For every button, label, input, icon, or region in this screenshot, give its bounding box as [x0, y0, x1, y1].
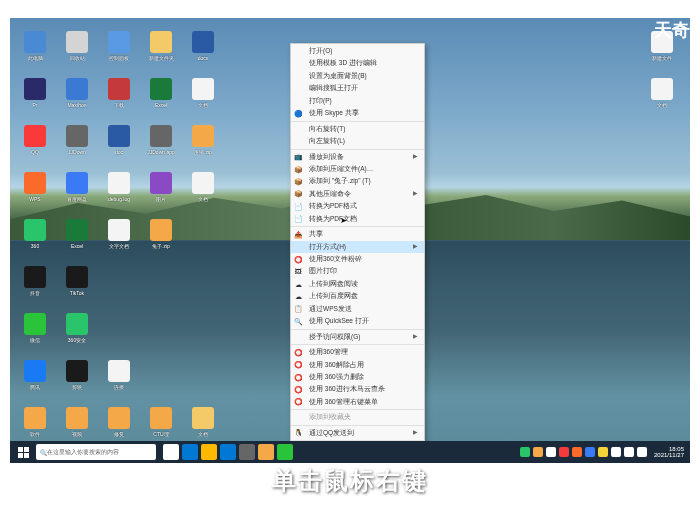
- clock[interactable]: 18:052021/11/27: [654, 446, 684, 458]
- tray-icon[interactable]: [611, 447, 621, 457]
- desktop-icon[interactable]: Excel: [57, 211, 97, 256]
- menu-item[interactable]: 📋通过WPS发送: [291, 303, 424, 315]
- menu-item[interactable]: 授予访问权限(G)▶: [291, 331, 424, 343]
- desktop-icon[interactable]: 新建文件夹: [141, 23, 181, 68]
- taskbar-app[interactable]: [239, 444, 255, 460]
- desktop-icon[interactable]: 剪映: [57, 352, 97, 397]
- menu-item-icon: ⭕: [294, 360, 303, 369]
- menu-item[interactable]: ☁上传到百度网盘: [291, 290, 424, 302]
- desktop-icon[interactable]: WPS: [15, 164, 55, 209]
- tray-icon[interactable]: [533, 447, 543, 457]
- menu-item-icon: 📦: [294, 190, 303, 199]
- desktop-icon[interactable]: 回收站: [57, 23, 97, 68]
- desktop-icon[interactable]: 压缩.zip: [183, 117, 223, 162]
- menu-item[interactable]: 向右旋转(T): [291, 123, 424, 135]
- taskbar-app[interactable]: [163, 444, 179, 460]
- menu-item[interactable]: 📄转换为PDF文档: [291, 213, 424, 225]
- menu-item[interactable]: 设置为桌面背景(B): [291, 70, 424, 82]
- desktop-icon[interactable]: [141, 352, 181, 397]
- start-button[interactable]: [13, 443, 33, 461]
- desktop-icon[interactable]: 文档: [183, 164, 223, 209]
- menu-item[interactable]: 📦添加到 "兔子.zip" (T): [291, 175, 424, 187]
- desktop-icon[interactable]: CTU理: [141, 399, 181, 444]
- desktop-icon[interactable]: 360安全: [57, 305, 97, 350]
- menu-item[interactable]: 📤共享: [291, 228, 424, 240]
- tray-icon[interactable]: [637, 447, 647, 457]
- menu-item[interactable]: 📦添加到压缩文件(A)…: [291, 163, 424, 175]
- desktop-icon[interactable]: 连接: [99, 352, 139, 397]
- desktop-icon[interactable]: 文档: [642, 70, 682, 115]
- desktop-icon[interactable]: 图片: [141, 164, 181, 209]
- desktop-icon[interactable]: QQ: [15, 117, 55, 162]
- desktop-icon[interactable]: 微信: [15, 305, 55, 350]
- menu-item[interactable]: 🔍使用 QuickSee 打开: [291, 315, 424, 327]
- search-input[interactable]: 🔍 在这里输入你要搜索的内容: [36, 444, 156, 460]
- menu-item[interactable]: 使用模板 3D 进行编辑: [291, 57, 424, 69]
- tray-icon[interactable]: [520, 447, 530, 457]
- menu-item[interactable]: ⭕使用 360进行木马云查杀: [291, 383, 424, 395]
- desktop-icon[interactable]: 360: [15, 211, 55, 256]
- menu-item[interactable]: 📄转换为PDF格式: [291, 200, 424, 212]
- desktop-icon[interactable]: [99, 258, 139, 303]
- desktop-icon[interactable]: 文档: [183, 399, 223, 444]
- desktop-icon[interactable]: [183, 211, 223, 256]
- desktop-icon[interactable]: 此电脑: [15, 23, 55, 68]
- desktop-icon[interactable]: [99, 305, 139, 350]
- menu-item[interactable]: 向左旋转(L): [291, 135, 424, 147]
- desktop-icon[interactable]: 修复: [99, 399, 139, 444]
- desktop-icon[interactable]: [183, 305, 223, 350]
- menu-item[interactable]: ⭕使用 360解除占用: [291, 359, 424, 371]
- app-icon: [150, 407, 172, 429]
- desktop-icon[interactable]: [141, 305, 181, 350]
- tray-icon[interactable]: [559, 447, 569, 457]
- tray-icon[interactable]: [572, 447, 582, 457]
- desktop-icon[interactable]: 文字文档: [99, 211, 139, 256]
- menu-item[interactable]: 打开(O): [291, 45, 424, 57]
- desktop-icon[interactable]: docx: [183, 23, 223, 68]
- desktop-icon[interactable]: JJDown: [57, 117, 97, 162]
- menu-item[interactable]: ⭕使用360管理: [291, 346, 424, 358]
- menu-item[interactable]: 打开方式(H)▶: [291, 241, 424, 253]
- desktop-icon[interactable]: [183, 352, 223, 397]
- menu-item[interactable]: ⭕使用360文件粉碎: [291, 253, 424, 265]
- desktop-icon[interactable]: Pr: [15, 70, 55, 115]
- taskbar-app[interactable]: [182, 444, 198, 460]
- menu-item-icon: [294, 96, 303, 105]
- menu-item[interactable]: 编辑搜狐王打开: [291, 82, 424, 94]
- desktop-icon[interactable]: TikTok: [57, 258, 97, 303]
- menu-item[interactable]: 打印(P): [291, 95, 424, 107]
- menu-item[interactable]: 🔵使用 Skype 共享: [291, 107, 424, 119]
- menu-item[interactable]: 🖼图片打印: [291, 265, 424, 277]
- desktop-icon[interactable]: doc: [99, 117, 139, 162]
- desktop-icon[interactable]: 腾讯: [15, 352, 55, 397]
- desktop-icon[interactable]: 视频: [57, 399, 97, 444]
- watermark-top: 天奇: [654, 18, 690, 42]
- desktop-icon[interactable]: 抖音: [15, 258, 55, 303]
- desktop-icon[interactable]: 兔子.zip: [141, 211, 181, 256]
- desktop-icon[interactable]: Excel: [141, 70, 181, 115]
- tray-icon[interactable]: [598, 447, 608, 457]
- desktop-icon[interactable]: 软件: [15, 399, 55, 444]
- desktop-icon[interactable]: 控制面板: [99, 23, 139, 68]
- menu-item[interactable]: ⭕使用 360管理右键菜单: [291, 396, 424, 408]
- menu-item[interactable]: ⭕使用 360强力删除: [291, 371, 424, 383]
- menu-item[interactable]: 🐧通过QQ发送到▶: [291, 427, 424, 439]
- menu-item[interactable]: 📺播放到设备▶: [291, 151, 424, 163]
- tray-icon[interactable]: [585, 447, 595, 457]
- desktop-icon[interactable]: Maxthon: [57, 70, 97, 115]
- tray-icon[interactable]: [624, 447, 634, 457]
- taskbar-app[interactable]: [258, 444, 274, 460]
- taskbar-app[interactable]: [201, 444, 217, 460]
- menu-item[interactable]: 📦其他压缩命令▶: [291, 188, 424, 200]
- desktop-icon[interactable]: 文档: [183, 70, 223, 115]
- desktop-icon[interactable]: 下载: [99, 70, 139, 115]
- taskbar-app[interactable]: [277, 444, 293, 460]
- menu-item[interactable]: ☁上传到网盘阅读: [291, 278, 424, 290]
- desktop-icon[interactable]: JJDown.app: [141, 117, 181, 162]
- desktop-icon[interactable]: [141, 258, 181, 303]
- taskbar-app[interactable]: [220, 444, 236, 460]
- desktop-icon[interactable]: debug.log: [99, 164, 139, 209]
- tray-icon[interactable]: [546, 447, 556, 457]
- desktop-icon[interactable]: [183, 258, 223, 303]
- desktop-icon[interactable]: 百度网盘: [57, 164, 97, 209]
